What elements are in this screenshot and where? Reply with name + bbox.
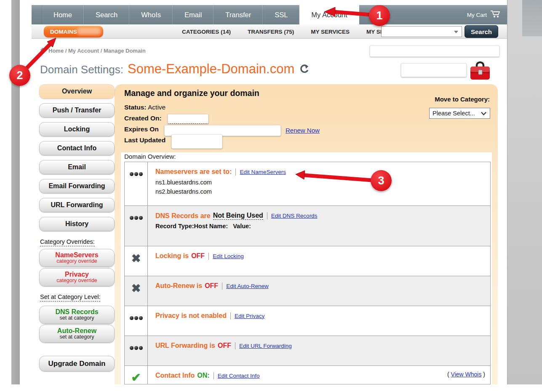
row-title: Locking is: [155, 252, 189, 260]
redacted-box: [401, 63, 467, 77]
domains-label: DOMAINS: [50, 29, 77, 35]
dots-icon: [125, 336, 148, 365]
combobox-arrow-icon[interactable]: [454, 31, 458, 33]
row-title: Privacy is not enabled: [155, 312, 227, 320]
sidebar-item-auto-renew-category[interactable]: Auto-Renew set at category: [39, 325, 115, 343]
nameserver-value: ns2.bluestardns.com: [155, 187, 486, 197]
category-level-subtitle: set at category: [60, 315, 94, 321]
category-select[interactable]: Please Select...: [429, 108, 490, 119]
divider: [230, 312, 231, 320]
table-row-dns-records: DNS Records are Not Being Used Edit DNS …: [125, 205, 490, 246]
row-title: Nameservers are set to:: [155, 168, 232, 176]
edit-contact-info-link[interactable]: Edit Contact Info: [218, 373, 260, 379]
divider: [267, 212, 267, 219]
override-title: NameServers: [55, 252, 98, 259]
category-level-subtitle: set at category: [60, 334, 94, 340]
sidebar-item-dns-records-category[interactable]: DNS Records set at category: [39, 306, 115, 324]
edit-privacy-link[interactable]: Edit Privacy: [235, 313, 264, 319]
tab-transfer[interactable]: Transfer: [214, 5, 263, 24]
search-button[interactable]: Search: [465, 25, 498, 38]
edit-url-forwarding-link[interactable]: Edit URL Forwarding: [239, 343, 292, 349]
category-select-value: Please Select...: [433, 110, 475, 117]
row-status: OFF: [191, 252, 205, 260]
step-badge-3: 3: [371, 170, 392, 191]
my-cart-button[interactable]: My Cart: [467, 5, 500, 24]
sidebar-item-push-transfer[interactable]: Push / Transfer: [39, 103, 115, 117]
edit-auto-renew-link[interactable]: Edit Auto-Renew: [226, 283, 269, 289]
view-whois-link[interactable]: View Whois: [451, 371, 482, 378]
last-updated-label: Last Updated: [124, 136, 166, 144]
sidebar-item-email-forwarding[interactable]: Email Forwarding: [39, 179, 115, 193]
sidebar-item-overview[interactable]: Overview: [39, 84, 115, 99]
main-heading: Manage and organize your domain: [124, 88, 259, 98]
table-row-contact-info: ✔ Contact Info ON: Edit Contact Info ( V…: [125, 365, 490, 384]
subnav-item-transfers[interactable]: TRANSFERS (75): [248, 29, 294, 35]
row-status: OFF: [218, 342, 231, 349]
sidebar-item-contact-info[interactable]: Contact Info: [39, 141, 115, 155]
tab-my-account[interactable]: My Account: [299, 2, 359, 24]
tab-ssl[interactable]: SSL: [263, 5, 299, 24]
edit-dns-records-link[interactable]: Edit DNS Records: [271, 213, 318, 219]
subnav-item-domains[interactable]: DOMAINS: [44, 26, 103, 37]
override-subtitle: category override: [56, 259, 97, 264]
divider: [208, 253, 209, 260]
redacted-blur: [77, 28, 101, 35]
table-row-nameservers: Nameservers are set to: Edit NameServers…: [125, 162, 490, 205]
expires-on-label: Expires On: [124, 125, 159, 133]
sidebar-item-history[interactable]: History: [39, 217, 115, 231]
row-title: URL Forwarding is: [155, 342, 215, 349]
row-title: Contact Info: [155, 372, 195, 379]
sidebar-item-locking[interactable]: Locking: [39, 122, 115, 136]
subnav-item-my-services[interactable]: MY SERVICES: [311, 29, 350, 35]
upgrade-domain-button[interactable]: Upgrade Domain: [39, 356, 115, 371]
dots-icon: [125, 306, 148, 336]
dots-icon: [125, 206, 148, 246]
tab-search[interactable]: Search: [84, 5, 129, 24]
breadcrumb[interactable]: Home / My Account / Manage Domain: [40, 48, 146, 54]
category-level-title: DNS Records: [55, 309, 98, 316]
refresh-icon[interactable]: [299, 64, 309, 76]
nameserver-value: ns1.bluestardns.com: [155, 178, 486, 187]
status-value: Active: [148, 104, 166, 111]
row-title: DNS Records are: [155, 212, 211, 220]
check-icon: ✔: [125, 366, 148, 384]
right-top-corner-block: [522, 0, 542, 36]
toolbox-icon[interactable]: [469, 61, 491, 83]
created-on-label: Created On:: [124, 115, 162, 122]
page-title: Domain Settings: Some-Example-Domain.com: [40, 61, 309, 77]
tab-whois[interactable]: WhoIs: [129, 5, 173, 24]
table-row-url-forwarding: URL Forwarding is OFF Edit URL Forwardin…: [125, 336, 490, 365]
tab-home[interactable]: Home: [42, 5, 84, 24]
set-at-category-label: Set at Category Level:: [40, 293, 100, 301]
domain-overview-label: Domain Overview:: [124, 153, 176, 160]
chevron-down-icon: [481, 110, 486, 117]
divider: [222, 283, 222, 290]
tab-email[interactable]: Email: [173, 5, 214, 24]
renew-now-link[interactable]: Renew Now: [286, 127, 320, 134]
my-cart-label: My Cart: [467, 12, 487, 18]
step-badge-1: 1: [369, 5, 390, 26]
right-page-margin: [507, 0, 542, 384]
divider: [214, 372, 214, 379]
sidebar-item-nameservers-override[interactable]: NameServers category override: [39, 249, 115, 267]
category-level-title: Auto-Renew: [57, 328, 96, 335]
status-line: Status: Active: [124, 104, 166, 111]
subnav-item-categories[interactable]: CATEGORIES (14): [182, 29, 231, 35]
breadcrumb-text: Home / My Account / Manage Domain: [48, 48, 146, 54]
home-icon: [40, 48, 45, 54]
page-title-domain: Some-Example-Domain.com: [128, 61, 294, 77]
move-to-category-label: Move to Category:: [427, 96, 490, 103]
sidebar-item-email[interactable]: Email: [39, 160, 115, 174]
top-nav: Home Search WhoIs Email Transfer SSL My …: [32, 5, 507, 24]
edit-nameservers-link[interactable]: Edit NameServers: [240, 169, 286, 175]
override-subtitle: category override: [56, 278, 97, 283]
row-status: Not Being Used: [213, 212, 263, 220]
redacted-box: [370, 45, 499, 57]
edit-locking-link[interactable]: Edit Locking: [213, 253, 244, 259]
status-label: Status:: [124, 104, 147, 111]
table-row-locking: ✖ Locking is OFF Edit Locking: [125, 246, 490, 276]
sidebar-item-url-forwarding[interactable]: URL Forwarding: [39, 198, 115, 212]
sidebar-item-privacy-override[interactable]: Privacy category override: [39, 268, 115, 286]
page-title-prefix: Domain Settings:: [40, 63, 123, 76]
search-combobox[interactable]: [381, 26, 462, 37]
